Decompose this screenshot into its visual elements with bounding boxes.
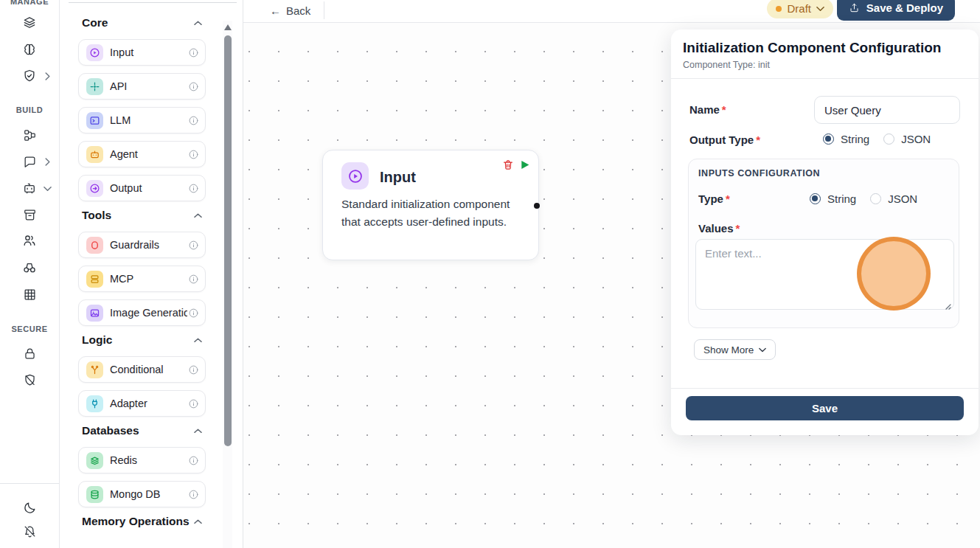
grid-icon[interactable] — [21, 285, 38, 303]
component-item-guardrails[interactable]: Guardrails — [78, 232, 206, 258]
section-header-databases[interactable]: Databases — [78, 424, 206, 437]
terminal-icon — [86, 112, 103, 129]
chevron-down-icon — [816, 6, 824, 12]
values-textarea[interactable] — [695, 239, 954, 310]
chat-icon[interactable] — [21, 153, 38, 170]
scroll-up-arrow[interactable] — [224, 24, 232, 30]
info-icon[interactable] — [187, 80, 199, 92]
rail-group-manage-label: MANAGE — [0, 0, 59, 6]
output-type-row: Output Type* String JSON — [689, 133, 960, 148]
lock-icon[interactable] — [21, 344, 38, 362]
section-header-tools[interactable]: Tools — [78, 209, 206, 222]
component-item-mongo-db[interactable]: Mongo DB — [78, 481, 206, 507]
workflow-icon[interactable] — [21, 126, 38, 144]
panel-header: Initialization Component Configuration C… — [671, 30, 979, 79]
required-marker: * — [756, 133, 760, 146]
info-icon[interactable] — [187, 454, 199, 466]
info-icon[interactable] — [187, 307, 199, 319]
chevron-up-icon — [194, 429, 202, 434]
image-icon — [86, 305, 103, 322]
info-icon[interactable] — [187, 182, 199, 194]
box-icon[interactable] — [21, 206, 38, 223]
radio-type-string-label: String — [827, 193, 856, 205]
save-deploy-button[interactable]: Save & Deploy — [837, 0, 955, 21]
values-label: Values — [698, 222, 734, 235]
section-header-logic[interactable]: Logic — [78, 333, 206, 347]
inputs-configuration-box: INPUTS CONFIGURATION Type* String JSON V… — [688, 159, 959, 328]
shield-off-icon[interactable] — [21, 371, 38, 389]
name-field-row: Name* — [689, 96, 960, 124]
topbar: ← Back Draft Save & Deploy — [243, 0, 980, 23]
component-item-agent[interactable]: Agent — [78, 141, 206, 167]
type-row: Type* String JSON — [698, 193, 949, 207]
component-item-input[interactable]: Input — [78, 39, 206, 66]
sidebar-scrollbar — [223, 21, 232, 548]
binoculars-icon[interactable] — [21, 259, 38, 277]
type-label: Type — [698, 193, 723, 205]
chevron-right-icon[interactable] — [43, 72, 52, 80]
info-icon[interactable] — [187, 239, 199, 251]
info-icon[interactable] — [187, 398, 199, 409]
info-icon[interactable] — [187, 148, 199, 160]
info-icon[interactable] — [187, 488, 199, 500]
component-item-output[interactable]: Output — [78, 175, 206, 201]
robot-icon — [86, 146, 103, 163]
node-title: Input — [380, 169, 416, 186]
component-item-api[interactable]: API — [78, 73, 206, 100]
component-item-conditional[interactable]: Conditional — [78, 356, 206, 383]
input-node[interactable]: Input Standard initialization component … — [322, 150, 539, 260]
save-button[interactable]: Save — [686, 396, 964, 420]
chevron-right-icon[interactable] — [43, 157, 52, 166]
component-item-image-generation[interactable]: Image Generation — [78, 299, 206, 326]
info-icon[interactable] — [187, 273, 199, 285]
guardrail-ring-icon — [86, 237, 103, 254]
shield-check-icon[interactable] — [21, 67, 38, 85]
moon-icon[interactable] — [21, 499, 38, 516]
component-item-redis[interactable]: Redis — [78, 447, 206, 474]
inputs-configuration-title: INPUTS CONFIGURATION — [698, 168, 820, 178]
delete-node-icon[interactable] — [502, 159, 514, 171]
panel-footer-divider — [671, 388, 979, 389]
bell-off-icon[interactable] — [21, 522, 38, 540]
panel-title: Initialization Component Configuration — [683, 40, 967, 56]
rail-group-build-label: BUILD — [0, 105, 59, 114]
chevron-up-icon — [194, 21, 202, 26]
component-item-llm[interactable]: LLM — [78, 107, 206, 133]
radio-type-string[interactable] — [810, 193, 821, 204]
stacked-blocks-icon — [86, 271, 103, 288]
rail-divider — [0, 483, 59, 484]
radio-type-json[interactable] — [870, 193, 881, 204]
required-marker: * — [726, 193, 730, 205]
info-icon[interactable] — [187, 114, 199, 126]
upload-icon — [849, 2, 860, 13]
chevron-up-icon — [194, 213, 202, 218]
required-marker: * — [722, 103, 726, 116]
info-icon[interactable] — [187, 364, 199, 375]
database-cylinder-icon — [86, 486, 103, 503]
name-input[interactable] — [814, 96, 960, 124]
brain-icon[interactable] — [21, 41, 38, 58]
users-icon[interactable] — [21, 232, 38, 249]
run-node-icon[interactable] — [520, 159, 530, 173]
branch-icon — [86, 361, 103, 378]
output-connection-handle[interactable] — [534, 203, 540, 209]
show-more-button[interactable]: Show More — [694, 339, 776, 360]
status-badge[interactable]: Draft — [767, 0, 833, 18]
robot-icon[interactable] — [21, 179, 38, 197]
panel-subtitle: Component Type: init — [683, 60, 967, 70]
back-button[interactable]: ← Back — [270, 2, 310, 18]
section-header-memory-operations[interactable]: Memory Operations — [78, 515, 206, 528]
rail-group-secure-label: SECURE — [0, 325, 59, 333]
scrollbar-thumb[interactable] — [224, 35, 232, 446]
component-item-adapter[interactable]: Adapter — [78, 390, 206, 417]
output-type-label: Output Type — [689, 133, 754, 146]
component-item-mcp[interactable]: MCP — [78, 266, 206, 292]
layers-icon[interactable] — [21, 14, 38, 32]
radio-output-string[interactable] — [823, 133, 834, 145]
section-header-core[interactable]: Core — [78, 16, 206, 30]
chevron-down-icon[interactable] — [43, 184, 52, 193]
back-arrow-icon: ← — [270, 4, 281, 17]
radio-output-json[interactable] — [883, 133, 894, 145]
info-icon[interactable] — [187, 46, 199, 58]
chevron-up-icon — [194, 338, 202, 343]
